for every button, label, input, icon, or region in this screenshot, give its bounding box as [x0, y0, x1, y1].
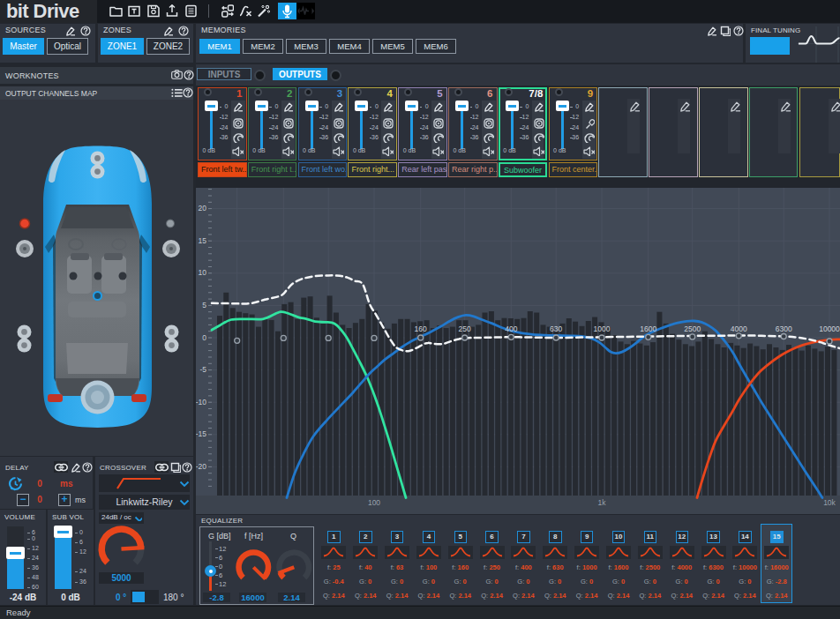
svg-text:-15: -15 [196, 429, 206, 438]
svg-text:1000: 1000 [594, 324, 611, 333]
svg-text:1k: 1k [598, 498, 607, 507]
svg-text:2500: 2500 [684, 324, 701, 333]
svg-text:100: 100 [368, 498, 380, 507]
svg-text:400: 400 [505, 324, 517, 333]
svg-text:1600: 1600 [640, 324, 656, 333]
svg-text:250: 250 [459, 324, 471, 333]
svg-text:630: 630 [550, 324, 562, 333]
svg-text:0: 0 [202, 333, 206, 342]
svg-text:160: 160 [415, 324, 427, 333]
svg-text:20: 20 [199, 204, 207, 213]
svg-text:15: 15 [199, 236, 207, 245]
svg-text:6300: 6300 [776, 324, 792, 333]
svg-text:-20: -20 [196, 462, 206, 471]
svg-text:5: 5 [202, 301, 206, 310]
svg-text:-10: -10 [196, 398, 206, 406]
svg-text:10: 10 [199, 268, 207, 277]
svg-text:10000: 10000 [819, 324, 840, 333]
svg-text:10k: 10k [823, 498, 836, 507]
svg-text:4000: 4000 [731, 324, 747, 333]
svg-text:-5: -5 [199, 365, 206, 374]
